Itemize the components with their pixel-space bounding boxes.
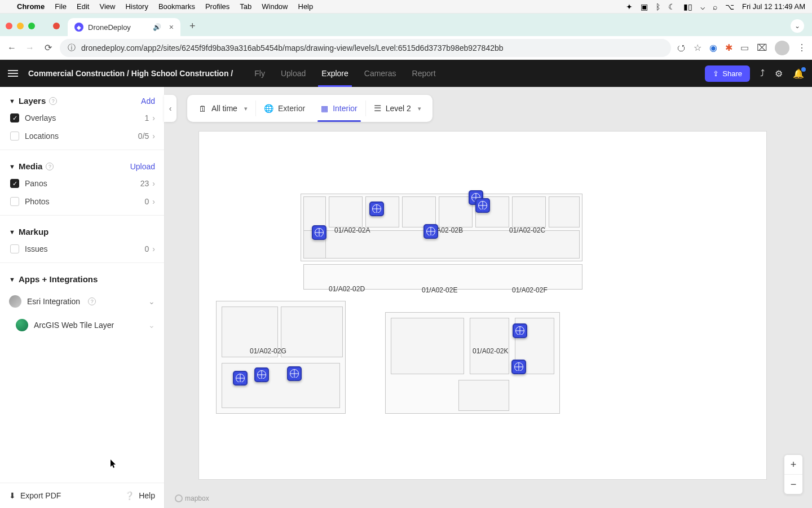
upload-icon[interactable]: ⤴ [760, 68, 765, 78]
nav-fly[interactable]: Fly [254, 61, 265, 86]
time-filter-dropdown[interactable]: 🗓 All time [191, 95, 255, 122]
floorplan-viewport[interactable]: 01/A02-02A/A02-02B01/A02-02C01/A02-02D01… [198, 131, 767, 480]
pano-marker[interactable] [423, 224, 438, 239]
tab-audio-icon[interactable]: 🔊 [153, 23, 161, 31]
nav-cameras[interactable]: Cameras [364, 61, 396, 86]
extensions-puzzle-icon[interactable]: ⌧ [757, 42, 767, 53]
pano-marker[interactable] [511, 360, 526, 374]
window-zoom-button[interactable] [28, 23, 35, 29]
spotlight-icon[interactable]: ⌕ [713, 2, 717, 11]
menubar-app-icon[interactable]: ✦ [626, 2, 633, 11]
extension-icon-1[interactable]: ◉ [709, 42, 717, 53]
moon-icon[interactable]: ☾ [668, 2, 676, 11]
pano-marker[interactable] [475, 198, 490, 213]
menu-window[interactable]: Window [262, 2, 288, 11]
markup-issues-count: 0 [145, 244, 149, 253]
reload-button[interactable]: ⟳ [42, 42, 54, 53]
checkbox-empty-icon[interactable] [10, 132, 19, 141]
menu-history[interactable]: History [125, 2, 148, 11]
layers-add-link[interactable]: Add [141, 97, 155, 106]
wifi-icon[interactable]: ⌵ [700, 2, 705, 11]
pano-marker[interactable] [513, 323, 527, 338]
app-name[interactable]: Chrome [17, 2, 45, 11]
layer-overlays-label: Overlays [25, 113, 145, 122]
notifications-bell-icon[interactable]: 🔔 [793, 68, 804, 79]
menu-view[interactable]: View [99, 2, 115, 11]
media-panos-row[interactable]: ✓ Panos 23 › [9, 174, 155, 192]
export-pdf-button[interactable]: ⬇ Export PDF [9, 491, 61, 500]
tab-close-icon[interactable]: × [169, 23, 174, 32]
level-dropdown[interactable]: ☰ Level 2 [366, 95, 429, 122]
menu-edit[interactable]: Edit [77, 2, 89, 11]
settings-gear-icon[interactable]: ⚙ [775, 68, 783, 79]
share-button[interactable]: ⇪ Share [705, 65, 750, 82]
layer-locations-row[interactable]: Locations 0/5 › [9, 127, 155, 145]
help-button[interactable]: ❔ Help [125, 491, 155, 500]
pano-globe-icon [514, 362, 523, 371]
checkbox-empty-icon[interactable] [10, 244, 19, 253]
media-photos-row[interactable]: Photos 0 › [9, 192, 155, 211]
zoom-in-button[interactable]: + [784, 455, 802, 474]
back-button[interactable]: ← [6, 43, 18, 53]
tab-search-button[interactable]: ⌄ [791, 19, 804, 33]
zoom-out-button[interactable]: − [784, 475, 802, 494]
map-canvas[interactable]: ‹ 🗓 All time 🌐 Exterior ▦ Interior ☰ Lev… [165, 87, 812, 508]
bookmark-star-icon[interactable]: ☆ [694, 42, 701, 53]
pano-marker[interactable] [312, 225, 326, 240]
chevron-down-icon[interactable]: ⌄ [148, 321, 155, 330]
bluetooth-icon[interactable]: ᛒ [656, 2, 660, 11]
layer-overlays-row[interactable]: ✓ Overlays 1 › [9, 109, 155, 127]
reader-mode-icon[interactable]: ▭ [740, 42, 749, 53]
address-bar[interactable]: ⓘ dronedeploy.com/app2/sites/6245f9fd9ba… [60, 39, 671, 57]
extension-icon-2[interactable]: ✱ [725, 42, 732, 53]
battery-icon[interactable]: ▮▯ [683, 2, 692, 11]
menubar-clock[interactable]: Fri Jul 12 11:49 AM [742, 2, 805, 11]
markup-issues-row[interactable]: Issues 0 › [9, 240, 155, 258]
stage-manager-icon[interactable]: ▣ [641, 2, 648, 11]
pano-marker[interactable] [233, 371, 248, 386]
view-interior-tab[interactable]: ▦ Interior [313, 95, 365, 122]
profile-avatar[interactable] [775, 41, 789, 55]
info-icon[interactable]: ? [46, 163, 54, 170]
info-icon[interactable]: ? [49, 97, 57, 105]
section-markup-header[interactable]: ▼ Markup [9, 224, 155, 240]
breadcrumb[interactable]: Commercial Construction / High School Co… [28, 69, 233, 78]
integration-esri-row[interactable]: Esri Integration ? ⌄ [0, 290, 164, 313]
media-panos-count: 23 [140, 179, 149, 188]
checkbox-checked-icon[interactable]: ✓ [10, 113, 19, 122]
chevron-down-icon[interactable]: ⌄ [148, 297, 155, 306]
checkbox-empty-icon[interactable] [10, 197, 19, 206]
chrome-menu-icon[interactable]: ⋮ [797, 42, 806, 53]
browser-tab[interactable]: ◆ DroneDeploy 🔊 × [68, 18, 180, 36]
control-center-icon[interactable]: ⌥ [725, 2, 734, 11]
window-close-button[interactable] [6, 23, 12, 29]
view-exterior-tab[interactable]: 🌐 Exterior [256, 95, 313, 122]
integration-arcgis-row[interactable]: ArcGIS Web Tile Layer ⌄ [0, 313, 164, 337]
section-layers-header[interactable]: ▼ Layers ? Add [9, 93, 155, 109]
info-icon[interactable]: ? [88, 297, 96, 305]
window-minimize-button[interactable] [17, 23, 24, 29]
menu-bookmarks[interactable]: Bookmarks [158, 2, 195, 11]
site-settings-icon[interactable]: ⓘ [68, 43, 76, 53]
section-apps-header[interactable]: ▼ Apps + Integrations [9, 271, 155, 287]
nav-report[interactable]: Report [412, 61, 436, 86]
menu-tab[interactable]: Tab [240, 2, 251, 11]
pano-marker[interactable] [369, 202, 384, 216]
menu-file[interactable]: File [55, 2, 67, 11]
pano-marker[interactable] [254, 367, 269, 382]
time-filter-label: All time [211, 104, 237, 113]
section-media-header[interactable]: ▼ Media ? Upload [9, 158, 155, 174]
menu-profiles[interactable]: Profiles [205, 2, 230, 11]
sidebar-collapse-button[interactable]: ‹ [164, 95, 176, 122]
nav-upload[interactable]: Upload [281, 61, 306, 86]
chevron-right-icon: › [152, 132, 155, 141]
menu-help[interactable]: Help [298, 2, 314, 11]
translate-icon[interactable]: ⭯ [677, 43, 686, 53]
pano-marker[interactable] [287, 366, 302, 381]
nav-explore[interactable]: Explore [321, 61, 348, 86]
main-menu-button[interactable] [8, 70, 18, 77]
checkbox-checked-icon[interactable]: ✓ [10, 179, 19, 188]
recording-indicator-icon[interactable] [53, 23, 60, 29]
new-tab-button[interactable]: + [185, 20, 200, 32]
media-upload-link[interactable]: Upload [130, 162, 155, 171]
